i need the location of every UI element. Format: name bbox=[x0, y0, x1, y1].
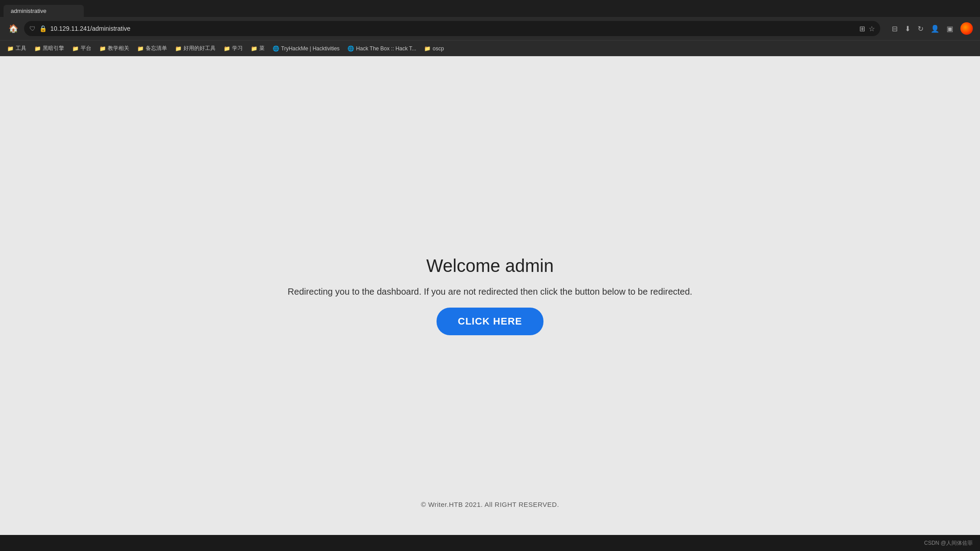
folder-icon: 📁 bbox=[34, 45, 41, 52]
folder-icon: 📁 bbox=[99, 45, 106, 52]
bookmark-label: 工具 bbox=[16, 45, 26, 52]
bookmark-item-1[interactable]: 📁 黑暗引擎 bbox=[31, 43, 68, 54]
redirect-message: Redirecting you to the dashboard. If you… bbox=[288, 287, 692, 297]
bookmark-label: 教学相关 bbox=[108, 45, 129, 52]
folder-icon: 📁 bbox=[7, 45, 14, 52]
bookmark-label: 平台 bbox=[81, 45, 91, 52]
folder-icon: 📁 bbox=[251, 45, 257, 52]
bookmark-item-10[interactable]: 📁 oscp bbox=[421, 44, 447, 53]
toolbar-right: ⊟ ⬇ ↻ 👤 ▣ bbox=[892, 22, 973, 35]
welcome-title: Welcome admin bbox=[426, 256, 554, 276]
bottom-attribution: CSDN @人间体佐菲 bbox=[924, 539, 973, 547]
globe-icon: 🌐 bbox=[273, 45, 279, 52]
bookmark-label: 菜 bbox=[259, 45, 265, 52]
bookmark-label: 学习 bbox=[232, 45, 243, 52]
translate-icon[interactable]: ⊞ bbox=[859, 25, 865, 33]
url-text: 10.129.11.241/administrative bbox=[50, 25, 856, 32]
folder-icon: 📁 bbox=[175, 45, 182, 52]
welcome-section: Welcome admin Redirecting you to the das… bbox=[288, 256, 692, 335]
shield-icon: 🛡 bbox=[29, 25, 36, 32]
bookmark-item-6[interactable]: 📁 学习 bbox=[220, 43, 246, 54]
address-input-wrap[interactable]: 🛡 🔒 10.129.11.241/administrative ⊞ ☆ bbox=[24, 21, 880, 36]
bookmark-item-5[interactable]: 📁 好用的好工具 bbox=[172, 43, 219, 54]
star-icon[interactable]: ☆ bbox=[869, 25, 875, 33]
bookmark-label: Hack The Box :: Hack T... bbox=[356, 45, 416, 52]
firefox-icon[interactable] bbox=[960, 22, 973, 35]
bookmark-item-2[interactable]: 📁 平台 bbox=[69, 43, 95, 54]
bookmark-label: 好用的好工具 bbox=[184, 45, 216, 52]
bookmark-label: 黑暗引擎 bbox=[43, 45, 64, 52]
folder-icon: 📁 bbox=[72, 45, 79, 52]
bookmark-item-3[interactable]: 📁 教学相关 bbox=[96, 43, 133, 54]
profile-icon[interactable]: 👤 bbox=[931, 25, 939, 33]
address-right-icons: ⊞ ☆ bbox=[859, 25, 875, 33]
lock-icon: 🔒 bbox=[39, 25, 47, 32]
page-content: Welcome admin Redirecting you to the das… bbox=[0, 56, 980, 535]
folder-icon: 📁 bbox=[137, 45, 144, 52]
bookmark-label: 备忘清单 bbox=[146, 45, 167, 52]
bookmark-item-4[interactable]: 📁 备忘清单 bbox=[134, 43, 171, 54]
bookmark-item-0[interactable]: 📁 工具 bbox=[4, 43, 30, 54]
download-icon[interactable]: ⬇ bbox=[905, 25, 911, 33]
home-button[interactable]: 🏠 bbox=[7, 22, 20, 35]
tab-bar: administrative bbox=[0, 0, 980, 17]
bookmark-item-9[interactable]: 🌐 Hack The Box :: Hack T... bbox=[344, 44, 420, 53]
bottom-bar: CSDN @人间体佐菲 bbox=[0, 535, 980, 551]
tab-label: administrative bbox=[11, 8, 46, 14]
active-tab[interactable]: administrative bbox=[4, 5, 84, 17]
folder-icon: 📁 bbox=[224, 45, 230, 52]
bookmark-item-7[interactable]: 📁 菜 bbox=[247, 43, 268, 54]
bookmark-item-8[interactable]: 🌐 TryHackMe | Hacktivities bbox=[269, 44, 343, 53]
folder-icon: 📁 bbox=[424, 45, 431, 52]
browser-chrome: administrative 🏠 🛡 🔒 10.129.11.241/admin… bbox=[0, 0, 980, 56]
bookmark-label: oscp bbox=[433, 45, 444, 52]
globe-icon: 🌐 bbox=[347, 45, 354, 52]
refresh-icon[interactable]: ↻ bbox=[918, 25, 923, 33]
click-here-button[interactable]: CLICK HERE bbox=[437, 308, 543, 335]
bookmark-label: TryHackMe | Hacktivities bbox=[281, 45, 339, 52]
bookmarks-bar: 📁 工具 📁 黑暗引擎 📁 平台 📁 教学相关 📁 备忘清单 📁 好用的好工具 … bbox=[0, 40, 980, 56]
address-bar: 🏠 🛡 🔒 10.129.11.241/administrative ⊞ ☆ ⊟… bbox=[0, 17, 980, 40]
extensions-icon[interactable]: ▣ bbox=[947, 25, 953, 33]
pocket-icon[interactable]: ⊟ bbox=[892, 25, 898, 33]
footer-text: © Writer.HTB 2021. All RIGHT RESERVED. bbox=[421, 501, 559, 508]
